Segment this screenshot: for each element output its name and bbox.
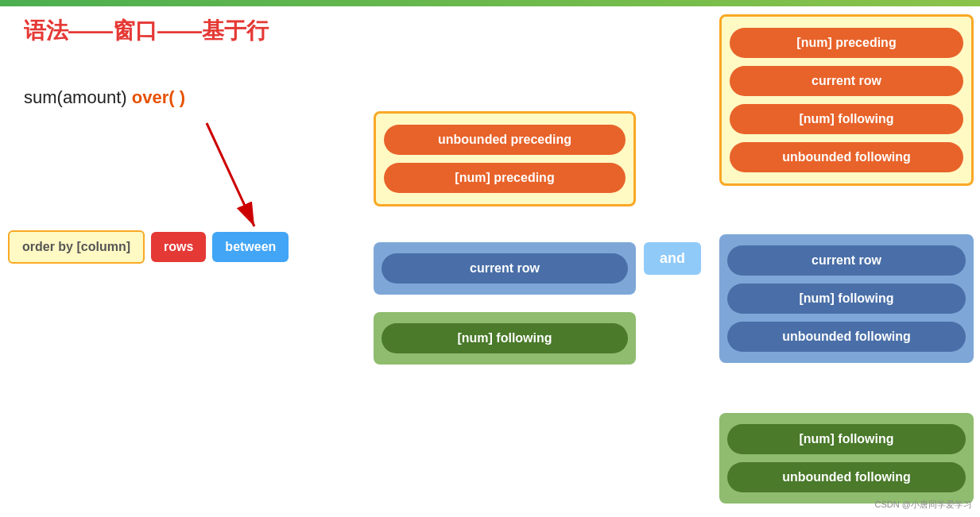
right-mid-pill-current-row: current row: [727, 245, 966, 276]
between-pill: between: [212, 232, 289, 262]
center-num-following-box: [num] following: [374, 312, 636, 365]
right-top-pill-num-preceding: [num] preceding: [730, 28, 963, 58]
formula: sum(amount) over( ): [24, 87, 185, 108]
order-by-pill: order by [column]: [8, 230, 145, 264]
right-mid-pill-num-following: [num] following: [727, 284, 966, 314]
watermark: CSDN @小唐同学爱学习: [875, 499, 972, 511]
right-bot-pill-num-following: [num] following: [727, 424, 966, 454]
center-pill-current-row: current row: [382, 253, 628, 284]
right-top-pill-current-row: current row: [730, 66, 963, 96]
center-current-row-box: current row: [374, 242, 636, 295]
right-mid-options-box: current row [num] following unbounded fo…: [719, 234, 974, 363]
left-pill-unbounded-preceding: unbounded preceding: [384, 125, 626, 155]
svg-line-1: [207, 123, 254, 226]
and-pill: and: [644, 242, 701, 275]
right-mid-pill-unbounded-following: unbounded following: [727, 322, 966, 352]
right-bot-pill-unbounded-following: unbounded following: [727, 462, 966, 492]
left-pill-num-preceding: [num] preceding: [384, 163, 626, 193]
formula-highlight: over( ): [132, 87, 185, 107]
right-bot-options-box: [num] following unbounded following: [719, 413, 974, 503]
page-title: 语法——窗口——基于行: [24, 16, 269, 46]
center-pill-num-following: [num] following: [382, 323, 628, 353]
right-top-pill-unbounded-following: unbounded following: [730, 142, 963, 172]
left-options-box: unbounded preceding [num] preceding: [374, 111, 636, 206]
right-top-pill-num-following: [num] following: [730, 104, 963, 134]
formula-main: sum(amount): [24, 87, 132, 107]
arrow-indicator: [191, 115, 286, 245]
top-bar: [0, 0, 980, 6]
syntax-row: order by [column] rows between: [8, 230, 289, 264]
right-top-options-box: [num] preceding current row [num] follow…: [719, 14, 974, 186]
rows-pill: rows: [151, 232, 206, 262]
